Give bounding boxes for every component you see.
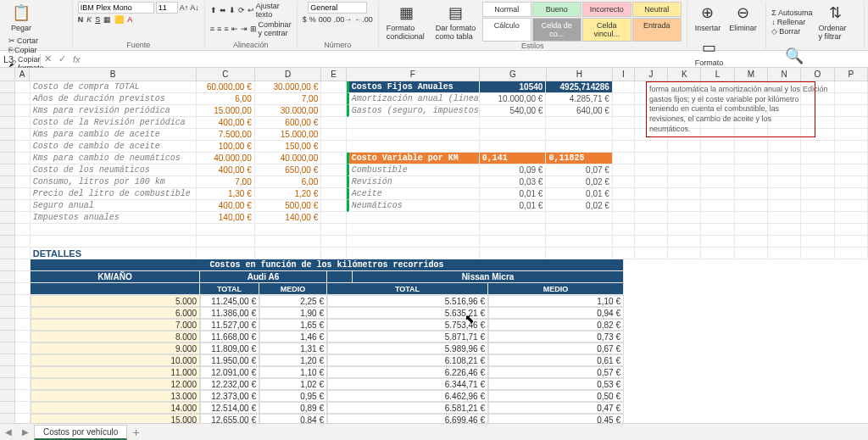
delete-button[interactable]: ⊖Eliminar (726, 2, 760, 33)
cell[interactable] (31, 224, 197, 236)
cell[interactable] (321, 153, 347, 164)
cell[interactable]: 100,00 € (197, 141, 255, 153)
cell-km[interactable]: 12.000 (31, 378, 200, 390)
col-header-B[interactable]: B (30, 68, 197, 81)
cell[interactable] (15, 188, 31, 200)
cell[interactable] (801, 248, 834, 259)
cell-medio2[interactable]: 0,82 € (488, 319, 624, 331)
cell[interactable] (835, 93, 868, 105)
cell[interactable] (801, 176, 834, 188)
cell[interactable] (321, 117, 347, 129)
row-header[interactable] (0, 354, 14, 366)
cell[interactable] (480, 236, 547, 248)
cell[interactable]: Precio del litro de combustible (31, 188, 197, 200)
cell[interactable] (635, 164, 668, 176)
cell-total1[interactable]: 12.655,00 € (200, 414, 259, 423)
cell[interactable] (801, 236, 834, 248)
wrap-text-button[interactable]: ↩Ajustar texto (248, 2, 292, 19)
number-format-select[interactable] (308, 2, 367, 14)
cell[interactable]: Costo de los neumáticos (31, 164, 197, 176)
cell[interactable]: 0,11825 (546, 153, 613, 164)
cell[interactable] (768, 248, 801, 259)
cell-medio1[interactable]: 0,84 € (259, 414, 327, 423)
cell[interactable]: 7,00 (197, 176, 255, 188)
cell[interactable] (546, 117, 613, 129)
cell[interactable]: 4.285,71 € (546, 93, 613, 105)
cell[interactable]: 1,20 € (255, 188, 322, 200)
cell[interactable]: Costo de compra TOTAL (31, 81, 197, 93)
cell[interactable] (735, 224, 768, 236)
cell-total2[interactable]: 6.108,21 € (327, 354, 488, 366)
cell[interactable] (613, 188, 635, 200)
cell[interactable]: Costos Fijos Anuales (347, 81, 480, 93)
cell[interactable]: 15.000,00 (197, 105, 255, 117)
cell[interactable]: 30.000,00 (255, 105, 322, 117)
currency-button[interactable]: $ (303, 15, 307, 24)
cell[interactable]: 0,03 € (480, 176, 547, 188)
row-header[interactable] (0, 271, 14, 283)
cell[interactable] (480, 117, 547, 129)
cell[interactable] (668, 236, 701, 248)
row-header[interactable] (0, 117, 14, 129)
cell-km[interactable]: 6.000 (31, 307, 200, 319)
cell[interactable]: 7,00 (255, 93, 322, 105)
conditional-format-button[interactable]: ▦Formato condicional (384, 2, 430, 42)
row-header[interactable] (0, 153, 14, 164)
cell[interactable] (735, 188, 768, 200)
row-header[interactable] (0, 105, 14, 117)
align-left-button[interactable]: ≡ (210, 20, 214, 37)
cell[interactable] (768, 153, 801, 164)
decrease-indent-button[interactable]: ⇤ (231, 20, 238, 37)
cell[interactable]: 400,00 € (197, 117, 255, 129)
cell-medio2[interactable]: 1,10 € (488, 295, 624, 307)
cell[interactable] (480, 224, 547, 236)
cell-medio1[interactable]: 1,02 € (259, 378, 327, 390)
cell[interactable] (835, 224, 868, 236)
row-header[interactable] (0, 200, 14, 212)
cell[interactable]: Kms para cambio de aceite (31, 129, 197, 141)
cell[interactable] (635, 200, 668, 212)
cell[interactable] (480, 212, 547, 224)
cell[interactable] (255, 236, 322, 248)
column-headers[interactable]: ABCDEFGHIJKLMNOP (0, 68, 868, 81)
row-header[interactable] (0, 164, 14, 176)
row-header[interactable] (0, 414, 14, 423)
cell[interactable]: Años de duración previstos (31, 93, 197, 105)
cell[interactable] (347, 141, 480, 153)
cell[interactable] (321, 236, 347, 248)
col-header-E[interactable]: E (321, 68, 346, 81)
italic-button[interactable]: K (86, 15, 92, 24)
cell-km[interactable]: 8.000 (31, 331, 200, 343)
cell[interactable]: 7.500,00 (197, 129, 255, 141)
cell[interactable] (635, 188, 668, 200)
cell-total2[interactable]: 5.989,96 € (327, 343, 488, 354)
cell[interactable] (835, 141, 868, 153)
cell[interactable] (835, 164, 868, 176)
cell[interactable] (701, 176, 734, 188)
cell-total1[interactable]: 11.527,00 € (200, 319, 259, 331)
col-header-H[interactable]: H (547, 68, 614, 81)
name-box[interactable]: L3 (0, 54, 41, 64)
sort-filter-button[interactable]: ⇅Ordenar y filtrar (815, 2, 854, 42)
cell[interactable] (480, 248, 547, 259)
row-header[interactable] (0, 378, 14, 390)
cell-total2[interactable]: 6.462,96 € (327, 390, 488, 402)
cell-total1[interactable]: 11.668,00 € (200, 331, 259, 343)
cell[interactable]: 400,00 € (197, 164, 255, 176)
cell-total1[interactable]: 12.091,00 € (200, 366, 259, 378)
cell[interactable] (801, 200, 834, 212)
sheet-tab-active[interactable]: Costos por vehículo (34, 425, 127, 440)
align-bottom-button[interactable]: ⬇ (229, 2, 236, 19)
cell-km[interactable]: 7.000 (31, 319, 200, 331)
style-entrada[interactable]: Entrada (632, 18, 682, 42)
cell[interactable] (735, 236, 768, 248)
cell[interactable] (701, 153, 734, 164)
cell[interactable] (735, 141, 768, 153)
row-header[interactable] (0, 81, 14, 93)
col-header-D[interactable]: D (255, 68, 322, 81)
cell-total2[interactable]: 5.516,96 € (327, 295, 488, 307)
cell[interactable]: 540,00 € (480, 105, 547, 117)
cell[interactable] (835, 105, 868, 117)
increase-indent-button[interactable]: ⇥ (241, 20, 248, 37)
clear-button[interactable]: ◇Borrar (771, 27, 812, 36)
